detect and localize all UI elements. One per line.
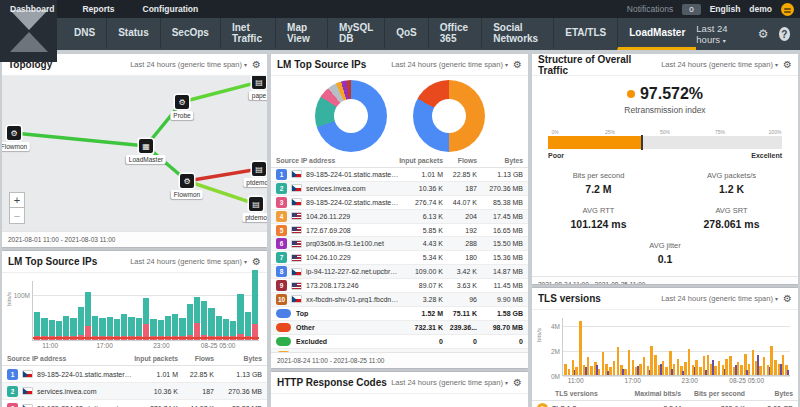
- orange-spike: [740, 365, 743, 375]
- table-row[interactable]: 2services.invea.com10.36 K187270.36 MB: [271, 182, 528, 196]
- source-ip-name: 104.26.10.229: [306, 254, 399, 261]
- source-ip-name: 172.67.69.208: [306, 227, 399, 234]
- tab-loadmaster[interactable]: LoadMaster: [617, 18, 696, 50]
- summary-row-other[interactable]: Other732.31 K239.36...98.70 MB: [271, 321, 528, 335]
- panel-settings-gear-icon[interactable]: ⚙: [783, 59, 792, 70]
- tab-eta-tls[interactable]: ETA/TLS: [553, 18, 617, 50]
- table-row[interactable]: 189-185-224-01.static.masterinter.net1.0…: [271, 168, 528, 182]
- orange-spike: [654, 355, 657, 375]
- settings-gear-icon[interactable]: ⚙: [758, 27, 769, 41]
- tab-social-networks[interactable]: Social Networks: [481, 18, 553, 50]
- teal-segment: [201, 301, 207, 336]
- value-cell: 22.85 K: [443, 171, 477, 178]
- menu-reports[interactable]: Reports: [68, 4, 128, 14]
- teal-segment: [245, 312, 251, 336]
- user-avatar[interactable]: [781, 3, 794, 16]
- table-row[interactable]: 8ip-94-112-227-62.net.upcbroadband.cz109…: [271, 265, 528, 279]
- table-row[interactable]: 4104.26.11.2296.13 K20417.45 MB: [271, 210, 528, 224]
- notifications-label[interactable]: Notifications: [627, 4, 673, 14]
- teal-segment: [150, 319, 156, 337]
- tab-status[interactable]: Status: [106, 18, 160, 50]
- tab-map-view[interactable]: Map View: [275, 18, 327, 50]
- orange-spike: [564, 364, 567, 375]
- table-row[interactable]: 9173.208.173.24689.07 K3.63 K11.45 MB: [271, 279, 528, 293]
- menu-configuration[interactable]: Configuration: [129, 4, 213, 14]
- value-cell: 15.36 MB: [477, 254, 523, 261]
- rank-badge: 1: [537, 403, 548, 407]
- bar: [237, 294, 243, 340]
- value-cell: 204: [443, 213, 477, 220]
- tab-inet-traffic[interactable]: Inet Traffic: [220, 18, 275, 50]
- table-row[interactable]: 10xx-fbcdn-shv-01-prg1.fbcdn.net3.28 K96…: [271, 293, 528, 307]
- orange-spike: [748, 364, 751, 375]
- topology-edges: [2, 76, 267, 226]
- time-span-dropdown[interactable]: Last 24 hours (generic time span) ▾: [661, 60, 778, 69]
- table-row[interactable]: 389-185-224-02.static.masterinter.net276…: [271, 196, 528, 210]
- panel-title: TLS versions: [538, 293, 601, 304]
- country-flag-cz-icon: [291, 268, 302, 276]
- server-icon: ▤: [252, 162, 266, 176]
- time-span-dropdown[interactable]: Last 24 hours (generic time span) ▾: [130, 60, 247, 69]
- topology-map[interactable]: + − ⚙Flowmon▦LoadMaster⚙Probe⚙Flowmon▤pa…: [2, 76, 267, 231]
- tab-qos[interactable]: QoS: [384, 18, 428, 50]
- zoom-out-button[interactable]: −: [9, 208, 25, 224]
- time-range-dropdown[interactable]: Last 24 hours ▾: [696, 23, 748, 45]
- value-cell: 270.36 MB: [477, 185, 523, 192]
- time-span-dropdown[interactable]: Last 24 hours (generic time span) ▾: [130, 257, 247, 266]
- donut-chart-1[interactable]: [315, 80, 387, 152]
- summary-row-top[interactable]: Top1.52 M75.11 K1.58 GB: [271, 307, 528, 321]
- table-row[interactable]: 6prg03s06.in-f3.1e100.net4.43 K28815.50 …: [271, 237, 528, 251]
- value-cell: 15.50 MB: [477, 240, 523, 247]
- time-span-dropdown[interactable]: Last 24 hours (generic time span) ▾: [391, 60, 508, 69]
- time-span-dropdown[interactable]: Last 24 hours (generic time span) ▾: [391, 378, 508, 387]
- panel-settings-gear-icon[interactable]: ⚙: [783, 293, 792, 304]
- bar: [85, 292, 91, 340]
- panel-settings-gear-icon[interactable]: ⚙: [252, 256, 261, 267]
- language-selector[interactable]: English: [710, 4, 741, 14]
- value-cell: 4.43 K: [399, 240, 443, 247]
- value-cell: 89.07 K: [399, 282, 443, 289]
- panel-timestamp: 2021-08-01 11:00 - 2021-08-03 11:00: [2, 231, 267, 247]
- orange-spike: [587, 357, 590, 375]
- table-row[interactable]: 7104.26.10.2295.34 K18015.36 MB: [271, 251, 528, 265]
- table-row[interactable]: 1TLS 1.23.5 M305.6 K3.00 GB: [532, 401, 798, 407]
- value-cell: 288: [443, 240, 477, 247]
- value-cell: 10.36 K: [132, 388, 178, 395]
- zoom-in-button[interactable]: +: [9, 192, 25, 208]
- x-tick-label: 17:00: [625, 377, 641, 384]
- retransmission-label: Retransmission index: [532, 105, 798, 115]
- orange-spike: [662, 361, 665, 375]
- menu-dashboard[interactable]: Dashboard: [0, 4, 68, 14]
- panel-settings-gear-icon[interactable]: ⚙: [252, 59, 261, 70]
- tab-dns[interactable]: DNS: [63, 18, 106, 50]
- teal-segment: [187, 304, 193, 335]
- node-label: Probe: [170, 111, 193, 120]
- orange-spike: [729, 356, 732, 375]
- table-row[interactable]: 389-185-224-02.static.masterinter.net276…: [2, 400, 267, 407]
- summary-row-excluded[interactable]: Excluded000: [271, 335, 528, 349]
- tab-mysql-db[interactable]: MySQL DB: [327, 18, 384, 50]
- chevron-down-icon: ▾: [244, 259, 247, 265]
- user-name[interactable]: demo: [749, 4, 772, 14]
- table-row[interactable]: 5172.67.69.2085.85 K19216.65 MB: [271, 224, 528, 238]
- gauge-tick-label: 75%: [715, 129, 725, 135]
- panel-timestamp: 2021-08-24 11:00 - 2021-08-25 11:00: [532, 276, 798, 284]
- panel-settings-gear-icon[interactable]: ⚙: [513, 59, 522, 70]
- x-tick-label: 11:00: [42, 342, 58, 349]
- bar: [208, 308, 214, 340]
- x-tick-label: 08-25 05:00: [201, 342, 236, 349]
- value-cell: 1.01 M: [132, 371, 178, 378]
- value-cell: 16.65 MB: [477, 227, 523, 234]
- panel-settings-gear-icon[interactable]: ⚙: [513, 377, 522, 388]
- tab-secops[interactable]: SecOps: [160, 18, 220, 50]
- tab-office-365[interactable]: Office 365: [428, 18, 481, 50]
- time-span-dropdown[interactable]: Last 24 hours (generic time span) ▾: [661, 294, 778, 303]
- country-flag-us-icon: [291, 212, 302, 220]
- help-icon[interactable]: ?: [779, 27, 790, 41]
- notifications-count-badge[interactable]: 0: [682, 4, 700, 15]
- table-row[interactable]: 189-185-224-01.static.masterinter.net1.0…: [2, 366, 267, 383]
- donut-chart-2[interactable]: [413, 80, 485, 152]
- table-row[interactable]: 2services.invea.com10.36 K187270.36 MB: [2, 383, 267, 400]
- orange-spike: [598, 369, 601, 375]
- value-cell: 1.13 GB: [214, 371, 262, 378]
